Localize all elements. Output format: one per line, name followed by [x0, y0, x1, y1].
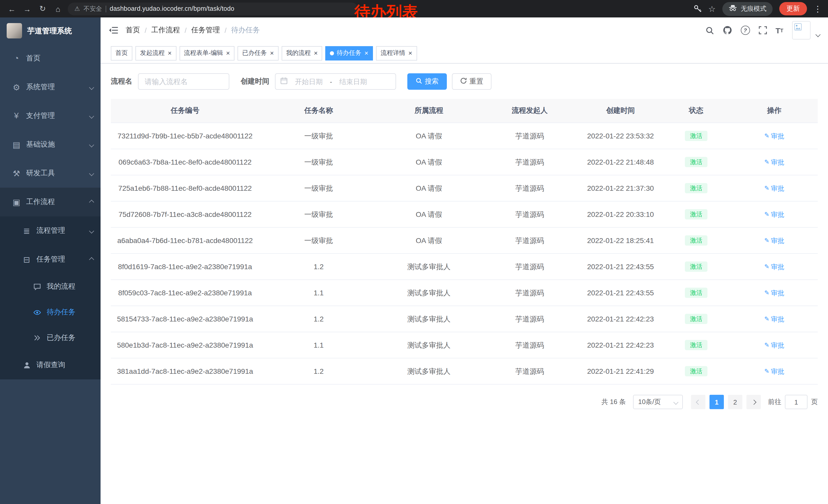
task-table: 任务编号 任务名称 所属流程 流程发起人 创建时间 状态 操作 73211d9d…: [111, 99, 818, 384]
close-icon[interactable]: ×: [226, 50, 230, 56]
search-button[interactable]: 搜索: [407, 73, 447, 90]
cell-task-id: 580e1b3d-7ac8-11ec-a9e2-a2380e71991a: [111, 332, 259, 358]
page-size-select[interactable]: 10条/页: [633, 395, 683, 409]
table-row: 8f059c03-7ac8-11ec-a9e2-a2380e71991a 1.1…: [111, 280, 818, 306]
tab-home[interactable]: 首页: [111, 46, 132, 60]
create-time-label: 创建时间: [241, 77, 269, 86]
sidebar-item-workflow[interactable]: ▣ 工作流程: [0, 188, 100, 216]
approve-link[interactable]: ✎审批: [764, 289, 784, 297]
sidebar-item-todo-task[interactable]: 待办任务: [0, 300, 100, 325]
reset-button[interactable]: 重置: [452, 73, 492, 90]
approve-link[interactable]: ✎审批: [764, 210, 784, 219]
page-button-2[interactable]: 2: [728, 395, 742, 409]
kebab-menu-icon[interactable]: ⋮: [814, 4, 822, 13]
tab-start-process[interactable]: 发起流程×: [135, 46, 176, 60]
status-badge: 激活: [685, 183, 707, 193]
end-date-input[interactable]: [334, 78, 372, 85]
sidebar-item-system[interactable]: ⚙ 系统管理: [0, 73, 100, 101]
github-icon[interactable]: [722, 26, 732, 35]
chevron-down-icon[interactable]: [816, 32, 821, 37]
menu-fold-icon[interactable]: [109, 27, 118, 34]
goto-page-input[interactable]: [785, 395, 808, 409]
status-badge: 激活: [685, 314, 707, 324]
breadcrumb-workflow[interactable]: 工作流程: [151, 26, 180, 35]
tab-done-task[interactable]: 已办任务×: [238, 46, 278, 60]
col-initiator: 流程发起人: [480, 99, 580, 123]
eye-icon: [31, 308, 43, 316]
cell-status: 激活: [662, 254, 731, 280]
font-size-icon[interactable]: TT: [776, 26, 783, 35]
tab-process-detail[interactable]: 流程详情×: [376, 46, 417, 60]
close-icon[interactable]: ×: [408, 50, 412, 56]
date-range-picker[interactable]: -: [275, 73, 396, 90]
sidebar-item-infrastructure[interactable]: ▤ 基础设施: [0, 130, 100, 159]
sidebar-item-done-task[interactable]: 已办任务: [0, 325, 100, 351]
chevron-down-icon: [673, 400, 678, 405]
back-icon[interactable]: ←: [6, 4, 17, 13]
double-arrow-icon: [31, 334, 43, 341]
sidebar-item-process-mgmt[interactable]: ≣ 流程管理: [0, 216, 100, 245]
key-icon[interactable]: [693, 5, 702, 13]
close-icon[interactable]: ×: [314, 50, 318, 56]
close-icon[interactable]: ×: [168, 50, 172, 56]
breadcrumb: 首页 / 工作流程 / 任务管理 / 待办任务: [126, 26, 260, 35]
close-icon[interactable]: ×: [365, 50, 368, 56]
avatar[interactable]: [792, 21, 811, 40]
cell-process: 测试多审批人: [378, 254, 480, 280]
next-page-button[interactable]: [746, 395, 761, 409]
process-name-input[interactable]: [138, 73, 229, 90]
approve-link[interactable]: ✎审批: [764, 236, 784, 245]
prev-page-button[interactable]: [691, 395, 705, 409]
edit-icon: ✎: [764, 341, 769, 350]
approve-link[interactable]: ✎审批: [764, 184, 784, 193]
reload-icon[interactable]: ↻: [37, 4, 48, 13]
chevron-down-icon: [89, 142, 94, 147]
update-button[interactable]: 更新: [779, 2, 807, 15]
cell-initiator: 芋道源码: [480, 175, 580, 201]
fullscreen-icon[interactable]: [758, 26, 767, 34]
cell-task-name: 1.1: [259, 280, 378, 306]
tab-form-edit[interactable]: 流程表单-编辑×: [179, 46, 235, 60]
close-icon[interactable]: ×: [270, 50, 274, 56]
cell-task-name: 一级审批: [259, 201, 378, 227]
breadcrumb-task-mgmt[interactable]: 任务管理: [191, 26, 220, 35]
forward-icon[interactable]: →: [22, 4, 33, 13]
breadcrumb-home[interactable]: 首页: [126, 26, 140, 35]
sidebar-item-task-mgmt[interactable]: ⊟ 任务管理: [0, 245, 100, 274]
sidebar-item-leave-query[interactable]: 请假查询: [0, 351, 100, 379]
tab-todo-task[interactable]: 待办任务×: [326, 46, 373, 60]
incognito-icon: [729, 5, 737, 13]
approve-link[interactable]: ✎审批: [764, 158, 784, 167]
cell-initiator: 芋道源码: [480, 358, 580, 384]
sidebar-item-my-process[interactable]: 我的流程: [0, 274, 100, 300]
approve-link[interactable]: ✎审批: [764, 315, 784, 324]
approve-link[interactable]: ✎审批: [764, 132, 784, 140]
filter-bar: 流程名 创建时间 - 搜索 重置: [111, 73, 818, 90]
menu-label: 研发工具: [26, 169, 55, 178]
star-icon[interactable]: ☆: [708, 4, 716, 13]
address-bar[interactable]: ⚠ 不安全 dashboard.yudao.iocoder.cn/bpm/tas…: [68, 2, 358, 15]
app-logo: 芋道管理系统: [0, 17, 100, 44]
cell-status: 激活: [662, 358, 731, 384]
tab-my-process[interactable]: 我的流程×: [282, 46, 322, 60]
tab-label: 我的流程: [286, 49, 311, 57]
sidebar-item-payment[interactable]: ¥ 支付管理: [0, 101, 100, 130]
page-button-1[interactable]: 1: [709, 395, 724, 409]
breadcrumb-current: 待办任务: [231, 26, 260, 35]
search-label: 搜索: [425, 77, 439, 86]
approve-link[interactable]: ✎审批: [764, 367, 784, 376]
approve-link[interactable]: ✎审批: [764, 341, 784, 350]
cell-created: 2022-01-21 22:42:23: [579, 332, 662, 358]
font-large-glyph: T: [776, 26, 780, 35]
cell-created: 2022-01-22 21:48:48: [579, 149, 662, 175]
breadcrumb-separator: /: [145, 26, 147, 34]
home-icon[interactable]: ⌂: [52, 4, 64, 13]
cell-action: ✎审批: [731, 332, 818, 358]
approve-link[interactable]: ✎审批: [764, 263, 784, 271]
search-icon[interactable]: [705, 26, 714, 35]
help-icon[interactable]: ?: [741, 26, 750, 35]
sidebar-item-home[interactable]: ◔ 首页: [0, 44, 100, 73]
start-date-input[interactable]: [290, 78, 328, 85]
sidebar-item-devtools[interactable]: ⚒ 研发工具: [0, 159, 100, 188]
process-name-label: 流程名: [111, 77, 132, 86]
